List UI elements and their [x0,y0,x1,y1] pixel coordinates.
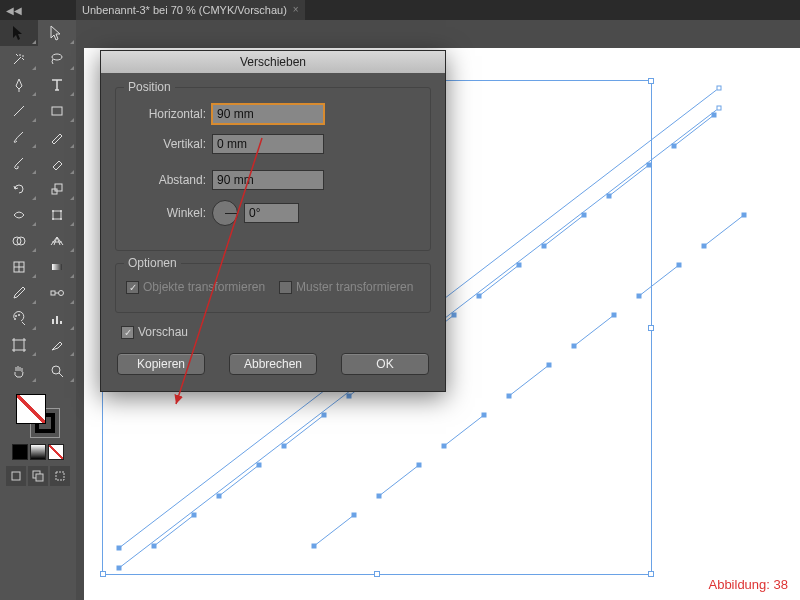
hand-tool[interactable] [0,358,38,384]
paintbrush-tool[interactable] [0,124,38,150]
color-mode-solid[interactable] [12,444,28,460]
draw-mode-normal[interactable] [6,466,26,486]
document-tab-label: Unbenannt-3* bei 70 % (CMYK/Vorschau) [82,0,287,20]
svg-line-32 [219,465,259,496]
artboard-tool[interactable] [0,332,38,358]
angle-dial[interactable] [212,200,238,226]
svg-point-7 [60,210,62,212]
type-tool[interactable] [38,72,76,98]
svg-line-44 [574,315,614,346]
svg-rect-21 [60,321,62,324]
svg-rect-27 [36,474,43,481]
svg-line-46 [704,215,744,246]
rotate-tool[interactable] [0,176,38,202]
vertical-input[interactable] [212,134,324,154]
zoom-tool[interactable] [38,358,76,384]
close-icon[interactable]: × [293,0,299,20]
angle-input[interactable] [244,203,299,223]
blob-brush-tool[interactable] [0,150,38,176]
preview-label: Vorschau [138,325,188,339]
svg-line-39 [674,115,714,146]
svg-line-24 [59,373,63,377]
shape-builder-tool[interactable] [0,228,38,254]
rectangle-tool[interactable] [38,98,76,124]
preview-checkbox[interactable]: ✓ [121,326,134,339]
color-mode-gradient[interactable] [30,444,46,460]
width-tool[interactable] [0,202,38,228]
angle-label: Winkel: [126,206,206,220]
svg-point-15 [59,291,64,296]
transform-patterns-checkbox[interactable] [279,281,292,294]
pen-tool[interactable] [0,72,38,98]
tool-panel [0,20,76,600]
line-tool[interactable] [0,98,38,124]
selection-tool[interactable] [0,20,38,46]
cancel-button[interactable]: Abbrechen [229,353,317,375]
distance-input[interactable] [212,170,324,190]
svg-point-17 [18,314,20,316]
fill-swatch[interactable] [16,394,46,424]
slice-tool[interactable] [38,332,76,358]
draw-mode-behind[interactable] [28,466,48,486]
svg-line-43 [509,365,549,396]
perspective-grid-tool[interactable] [38,228,76,254]
svg-point-23 [52,366,60,374]
eyedropper-tool[interactable] [0,280,38,306]
column-graph-tool[interactable] [38,306,76,332]
dialog-title-label: Verschieben [240,55,306,69]
horizontal-label: Horizontal: [126,107,206,121]
draw-mode-inside[interactable] [50,466,70,486]
copy-button[interactable]: Kopieren [117,353,205,375]
svg-line-38 [609,165,649,196]
gradient-tool[interactable] [38,254,76,280]
svg-point-8 [52,218,54,220]
svg-rect-5 [53,211,61,219]
app-shell: ◀◀ Unbenannt-3* bei 70 % (CMYK/Vorschau)… [0,0,800,600]
svg-rect-20 [56,316,58,324]
eraser-tool[interactable] [38,150,76,176]
position-legend: Position [124,80,175,94]
svg-rect-4 [55,184,62,191]
mesh-tool[interactable] [0,254,38,280]
move-dialog: Verschieben Position Horizontal: Vertika… [100,50,446,392]
blend-tool[interactable] [38,280,76,306]
color-swatch-area [0,384,76,492]
svg-line-41 [379,465,419,496]
svg-point-0 [52,54,62,60]
magic-wand-tool[interactable] [0,46,38,72]
free-transform-tool[interactable] [38,202,76,228]
svg-line-36 [479,265,519,296]
transform-patterns-label: Muster transformieren [296,280,413,294]
svg-line-33 [284,415,324,446]
distance-label: Abstand: [126,173,206,187]
panel-collapse-icon[interactable]: ◀◀ [0,5,28,16]
fill-stroke-swatch[interactable] [16,394,60,438]
scale-tool[interactable] [38,176,76,202]
options-legend: Optionen [124,256,181,270]
svg-rect-25 [12,472,20,480]
direct-selection-tool[interactable] [38,20,76,46]
svg-rect-14 [51,291,55,295]
vertical-label: Vertikal: [126,137,206,151]
svg-rect-2 [52,107,62,115]
document-tab[interactable]: Unbenannt-3* bei 70 % (CMYK/Vorschau) × [76,0,305,20]
lasso-tool[interactable] [38,46,76,72]
svg-point-18 [14,318,16,320]
horizontal-input[interactable] [212,104,324,124]
svg-line-42 [444,415,484,446]
pencil-tool[interactable] [38,124,76,150]
svg-point-16 [15,315,17,317]
tool-grid [0,20,76,384]
svg-point-6 [52,210,54,212]
transform-objects-label: Objekte transformieren [143,280,265,294]
symbol-sprayer-tool[interactable] [0,306,38,332]
color-mode-none[interactable] [48,444,64,460]
transform-objects-checkbox[interactable]: ✓ [126,281,139,294]
figure-caption: Abbildung: 38 [708,577,788,592]
ok-button[interactable]: OK [341,353,429,375]
svg-rect-22 [14,340,24,350]
document-tab-area: Unbenannt-3* bei 70 % (CMYK/Vorschau) × [76,0,305,20]
svg-rect-13 [52,264,62,270]
dialog-title-bar[interactable]: Verschieben [101,51,445,73]
options-fieldset: Optionen ✓ Objekte transformieren Muster… [115,263,431,313]
